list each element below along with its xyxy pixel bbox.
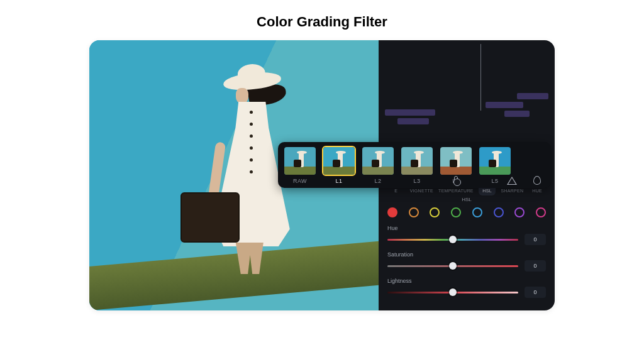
saturation-slider-group: Saturation 0 [387, 251, 546, 272]
color-swatch[interactable] [494, 207, 504, 217]
lightness-value[interactable]: 0 [525, 287, 546, 298]
lightness-slider[interactable] [387, 292, 518, 293]
color-swatch[interactable] [430, 207, 440, 217]
timeline-clip[interactable] [385, 109, 435, 116]
preset-l5[interactable]: L5 [479, 147, 511, 184]
tab-label: VIGNETTE [410, 189, 433, 193]
tab-label: TEMPERATURE [438, 189, 474, 193]
tab-label: HUE [532, 189, 542, 193]
preset-l3[interactable]: L3 [401, 147, 433, 184]
hue-slider[interactable] [387, 239, 518, 241]
saturation-slider[interactable] [387, 265, 518, 267]
tab-label: E [394, 189, 397, 193]
preset-label: L2 [374, 178, 381, 184]
color-swatch[interactable] [387, 207, 397, 217]
active-tab-sublabel: HSL [387, 197, 546, 202]
preset-l2[interactable]: L2 [362, 147, 394, 184]
preset-thumb [401, 147, 433, 175]
preset-label: L1 [335, 178, 342, 184]
preset-label: L5 [491, 178, 498, 184]
saturation-label: Saturation [387, 251, 546, 258]
preset-l1[interactable]: L1 [323, 147, 355, 184]
preset-label: L3 [413, 178, 420, 184]
editor-frame: RAWL1L2L3L4L5 EVIGNETTETEMPERATUREHSLHSL… [89, 40, 555, 310]
preset-raw[interactable]: RAW [284, 147, 316, 184]
lightness-slider-group: Lightness 0 [387, 278, 546, 298]
preset-thumb [323, 147, 355, 175]
timeline[interactable] [379, 40, 555, 114]
hue-label: Hue [387, 225, 546, 231]
hue-knob[interactable] [449, 236, 457, 243]
hue-value[interactable]: 0 [525, 234, 546, 245]
color-swatch[interactable] [536, 207, 546, 217]
preset-thumb [284, 147, 316, 175]
saturation-value[interactable]: 0 [525, 260, 546, 272]
color-swatch[interactable] [451, 207, 461, 217]
playhead[interactable] [480, 44, 481, 111]
hue-slider-group: Hue 0 [387, 225, 546, 245]
tab-label: HSL [482, 189, 492, 193]
preset-label: RAW [293, 178, 307, 184]
color-swatch[interactable] [409, 207, 419, 217]
lightness-knob[interactable] [449, 288, 457, 296]
timeline-clip[interactable] [517, 93, 548, 99]
preset-thumb [479, 147, 511, 175]
preset-thumb [362, 147, 394, 175]
tab-label: SHARPEN [501, 189, 523, 193]
color-swatch[interactable] [514, 207, 525, 217]
saturation-knob[interactable] [449, 262, 457, 270]
adjust-section: EVIGNETTETEMPERATUREHSLHSLSHARPENHUE HSL… [379, 172, 555, 310]
color-swatch-row [387, 207, 546, 217]
lightness-label: Lightness [387, 278, 546, 284]
page-title: Color Grading Filter [0, 0, 644, 40]
sharpen-icon [506, 175, 518, 186]
timeline-clip[interactable] [486, 102, 523, 108]
timeline-clip[interactable] [504, 111, 530, 117]
preset-thumb [440, 147, 472, 175]
timeline-clip[interactable] [397, 118, 429, 124]
controls-pane: RAWL1L2L3L4L5 EVIGNETTETEMPERATUREHSLHSL… [379, 40, 555, 310]
color-swatch[interactable] [472, 207, 482, 217]
